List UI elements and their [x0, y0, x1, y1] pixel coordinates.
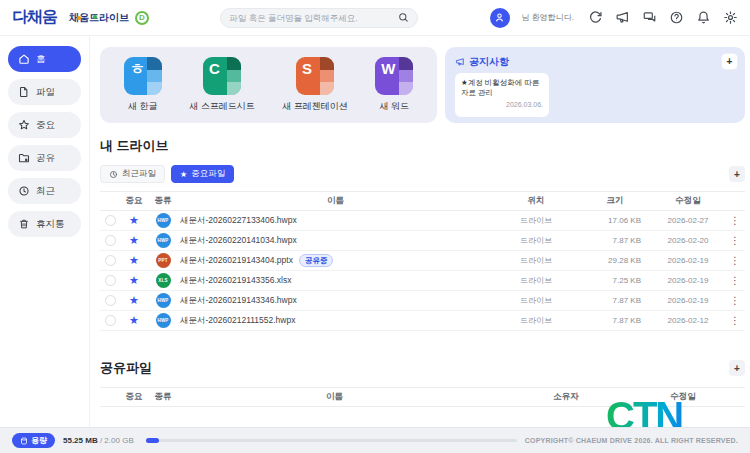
- file-name[interactable]: 새문서-20260219143346.hwpx: [180, 295, 297, 307]
- row-checkbox[interactable]: [105, 215, 116, 226]
- settings-icon[interactable]: [723, 10, 738, 25]
- storage-button[interactable]: 용량: [12, 433, 55, 448]
- file-location: 드라이브: [493, 275, 579, 286]
- col-owner: 소유자: [491, 391, 641, 403]
- shortcut-label: 새 프레젠테이션: [282, 100, 348, 113]
- file-size: 7.87 KB: [579, 316, 651, 325]
- file-name[interactable]: 새문서-20260220141034.hwpx: [180, 235, 297, 247]
- star-icon[interactable]: ★: [120, 235, 148, 246]
- new-presentation-button[interactable]: S 새 프레젠테이션: [282, 57, 348, 113]
- kebab-menu-icon[interactable]: ⋮: [725, 275, 745, 286]
- row-checkbox[interactable]: [105, 275, 116, 286]
- hwp-file-icon: HWP: [156, 293, 171, 308]
- storage-usage: 55.25 MB / 2.00 GB: [63, 436, 134, 445]
- chat-icon[interactable]: [642, 10, 657, 25]
- search-area: [149, 8, 490, 28]
- row-checkbox[interactable]: [105, 235, 116, 246]
- table-header: 중요 종류 이름 소유자 수정일: [100, 387, 745, 407]
- sidebar-item-files[interactable]: 파일: [8, 79, 81, 105]
- col-important: 중요: [120, 195, 148, 207]
- sidebar-item-shared[interactable]: 공유: [8, 145, 81, 171]
- star-icon: [18, 119, 30, 131]
- col-name: 이름: [178, 391, 491, 403]
- chaeum-drive-app: 다채움 채움드라이브 D 님 환영합니다. 홈 파일 중요: [0, 0, 750, 453]
- row-checkbox[interactable]: [105, 295, 116, 306]
- filter-chips: 최근파일 ★중요파일 +: [100, 165, 745, 183]
- star-icon[interactable]: ★: [120, 215, 148, 226]
- sharing-badge: 공유중: [299, 254, 334, 267]
- file-name[interactable]: 새문서-20260227133406.hwpx: [180, 215, 297, 227]
- kebab-menu-icon[interactable]: ⋮: [725, 315, 745, 326]
- hwp-file-icon: HWP: [156, 213, 171, 228]
- kebab-menu-icon[interactable]: ⋮: [725, 215, 745, 226]
- my-drive-section: 내 드라이브 최근파일 ★중요파일 + 중요 종류 이름 위치 크기 수정일: [100, 137, 745, 331]
- search-icon[interactable]: [398, 12, 409, 23]
- file-location: 드라이브: [493, 315, 579, 326]
- search-input[interactable]: [229, 13, 398, 23]
- app-logo[interactable]: 다채움 채움드라이브 D: [12, 7, 149, 28]
- file-name[interactable]: 새문서-20260219143404.pptx: [180, 255, 293, 267]
- row-checkbox[interactable]: [105, 315, 116, 326]
- star-icon[interactable]: ★: [120, 255, 148, 266]
- star-icon[interactable]: ★: [120, 315, 148, 326]
- notice-item-date: 2026.03.06.: [461, 101, 543, 108]
- kebab-menu-icon[interactable]: ⋮: [725, 235, 745, 246]
- notice-item[interactable]: ★계정 비활성화에 따른 자료 관리 2026.03.06.: [455, 73, 549, 117]
- recent-files-chip[interactable]: 최근파일: [100, 165, 165, 183]
- word-doc-icon: W: [375, 57, 413, 95]
- sidebar-item-home[interactable]: 홈: [8, 46, 81, 72]
- col-modified: 수정일: [641, 391, 725, 403]
- person-icon: [494, 12, 505, 23]
- file-date: 2026-02-19: [651, 256, 725, 265]
- copyright-text: COPYRIGHT© CHAEUM DRIVE 2026. ALL RIGHT …: [525, 437, 738, 444]
- hwp-file-icon: HWP: [156, 313, 171, 328]
- welcome-text: 님 환영합니다.: [522, 12, 574, 23]
- new-hangul-button[interactable]: ㅎ 새 한글: [124, 57, 162, 113]
- col-type: 종류: [148, 195, 178, 207]
- table-row[interactable]: ★ HWP 새문서-20260219143346.hwpx 드라이브 7.87 …: [100, 291, 745, 311]
- user-area: 님 환영합니다.: [490, 8, 738, 28]
- bell-icon[interactable]: [696, 10, 711, 25]
- help-icon[interactable]: [669, 10, 684, 25]
- sidebar-item-recent[interactable]: 최근: [8, 178, 81, 204]
- table-row[interactable]: ★ HWP 새문서-20260220141034.hwpx 드라이브 7.87 …: [100, 231, 745, 251]
- file-date: 2026-02-19: [651, 276, 725, 285]
- star-icon[interactable]: ★: [120, 275, 148, 286]
- file-size: 7.25 KB: [579, 276, 651, 285]
- table-row[interactable]: ★ HWP 새문서-20260227133406.hwpx 드라이브 17.06…: [100, 211, 745, 231]
- user-avatar[interactable]: [490, 8, 510, 28]
- col-type: 종류: [148, 391, 178, 403]
- file-icon: [18, 86, 30, 98]
- kebab-menu-icon[interactable]: ⋮: [725, 295, 745, 306]
- my-drive-more-button[interactable]: +: [729, 166, 745, 182]
- storage-progress-bar: [146, 439, 517, 442]
- sidebar-item-trash[interactable]: 휴지통: [8, 211, 81, 237]
- hwp-file-icon: HWP: [156, 233, 171, 248]
- notice-more-button[interactable]: +: [722, 54, 737, 69]
- new-word-button[interactable]: W 새 워드: [375, 57, 413, 113]
- recent-icon: [18, 185, 30, 197]
- search-box[interactable]: [220, 8, 418, 28]
- file-date: 2026-02-12: [651, 316, 725, 325]
- sidebar-item-important[interactable]: 중요: [8, 112, 81, 138]
- star-icon[interactable]: ★: [120, 295, 148, 306]
- new-spreadsheet-button[interactable]: C 새 스프레드시트: [189, 57, 255, 113]
- file-date: 2026-02-27: [651, 216, 725, 225]
- file-name[interactable]: 새문서-20260212111552.hwpx: [180, 315, 295, 327]
- table-row[interactable]: ★ PPT 새문서-20260219143404.pptx공유중 드라이브 29…: [100, 251, 745, 271]
- megaphone-icon[interactable]: [615, 10, 630, 25]
- row-checkbox[interactable]: [105, 255, 116, 266]
- presentation-doc-icon: S: [296, 57, 334, 95]
- shared-files-title: 공유파일: [100, 359, 152, 377]
- table-row[interactable]: ★ XLS 새문서-20260219143356.xlsx 드라이브 7.25 …: [100, 271, 745, 291]
- logout-icon[interactable]: [588, 10, 603, 25]
- sidebar-item-label: 공유: [36, 152, 55, 165]
- col-modified: 수정일: [651, 195, 725, 207]
- shared-more-button[interactable]: +: [729, 360, 745, 376]
- file-size: 17.06 KB: [579, 216, 651, 225]
- logo-wordmark: 다채움: [12, 7, 57, 28]
- table-row[interactable]: ★ HWP 새문서-20260212111552.hwpx 드라이브 7.87 …: [100, 311, 745, 331]
- important-files-chip[interactable]: ★중요파일: [171, 165, 234, 183]
- file-name[interactable]: 새문서-20260219143356.xlsx: [180, 275, 292, 287]
- kebab-menu-icon[interactable]: ⋮: [725, 255, 745, 266]
